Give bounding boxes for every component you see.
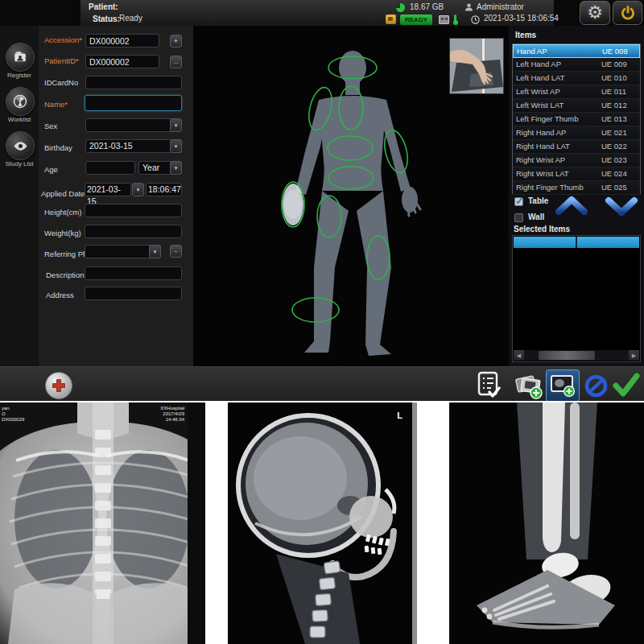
chest-overlay-accession: DX000029 [2,417,24,423]
ankle-xray-graphic [449,402,644,644]
item-row[interactable]: Right Hand APUE 021 [513,126,640,140]
chest-overlay-hospital: XXHospital [160,406,184,411]
reject-button[interactable] [583,373,609,398]
left-sidebar: Register Worklist Study List [0,26,39,366]
birthday-dropdown-arrow-icon[interactable]: ▾ [170,139,182,153]
studylist-eye-icon [13,138,28,154]
add-image-icon [550,374,576,398]
detector-icon [439,15,449,24]
table-checkbox[interactable]: ✓ [514,197,523,206]
weight-input[interactable] [85,225,182,238]
skull-xray-image[interactable]: L [228,402,417,644]
applied-date-label: Applied Date [41,189,85,198]
applied-time-input[interactable]: 18:06:47 [146,183,182,196]
chest-overlay-time: 14:46:34 [166,417,184,423]
height-input[interactable] [85,204,182,217]
settings-button[interactable]: ⚙ [580,1,610,25]
generator-icon [386,14,396,24]
wall-checkbox-label: Wall [528,213,544,221]
sidebar-item-register[interactable] [6,43,35,72]
sidebar-item-worklist[interactable] [6,87,35,116]
table-checkbox-label: Table [528,196,548,205]
power-icon [620,5,636,21]
send-to-worklist-button[interactable] [475,370,502,399]
address-label: Address [46,291,74,299]
referring-remove-button[interactable]: - [170,245,182,258]
scrollbar-track[interactable] [524,350,629,361]
name-label: Name* [44,100,68,109]
move-up-button[interactable] [554,195,589,217]
register-icon [13,50,27,64]
item-row[interactable]: Left Wrist LATUE 012 [513,99,640,113]
item-row[interactable]: Right Hand LATUE 022 [513,140,640,154]
bottom-toolbar [0,366,644,401]
user-name: Administrator [477,2,528,11]
gear-icon: ⚙ [587,2,603,23]
idcard-input[interactable] [85,76,182,89]
description-input[interactable] [85,266,182,280]
item-row[interactable]: Left Wrist APUE 011 [513,85,640,99]
chest-overlay-name: yan [2,406,10,411]
clock-icon [471,15,480,24]
confirm-check-icon [613,373,640,397]
check-icon: ✓ [515,195,524,207]
sex-dropdown-arrow-icon[interactable]: ▾ [170,118,182,132]
move-down-button[interactable] [604,195,639,217]
add-image-button-active[interactable] [546,369,580,401]
sidebar-label-studylist: Study List [0,160,39,167]
thermometer-icon [454,14,456,22]
wall-checkbox[interactable] [514,213,523,222]
address-input[interactable] [85,287,182,300]
chest-xray-graphic [0,402,205,644]
age-unit-dropdown-arrow-icon[interactable]: ▾ [170,161,182,175]
sex-select[interactable] [85,118,182,132]
selected-items-header [514,237,639,248]
applied-date-input[interactable]: 2021-03-15 [85,183,131,196]
prohibition-icon [584,374,608,398]
birthday-select[interactable]: 2021-03-15 [85,139,182,153]
patient-label: Patient: [89,2,118,11]
add-all-images-button[interactable] [514,371,544,400]
name-input[interactable] [85,95,182,111]
birthday-label: Birthday [44,143,72,152]
top-bar: Patient: Status: Ready 18.67 GB Administ… [0,0,644,26]
scroll-right-icon[interactable]: ▶ [629,350,639,361]
item-row[interactable]: Left Hand APUE 009 [513,58,640,72]
scroll-left-icon[interactable]: ◀ [514,350,524,361]
patientid-browse-button[interactable]: ... [170,56,182,68]
selected-items-header-col2 [577,237,639,248]
item-row[interactable]: Right Wrist LATUE 024 [513,167,640,181]
user-icon [464,2,473,11]
item-row[interactable]: Left Hand LATUE 010 [513,72,640,85]
patientid-input[interactable] [85,55,159,68]
item-row[interactable]: Hand APUE 008 [513,44,640,58]
chevron-up-icon [559,200,584,212]
laterality-marker: L [397,411,402,420]
accession-input[interactable] [85,34,159,47]
list-check-icon [477,371,501,398]
weight-label: Weight(kg) [44,229,81,237]
sidebar-item-studylist[interactable] [6,131,35,160]
accession-label: Accession* [44,35,82,44]
patientid-label: PatientID* [44,56,79,65]
add-cassettes-icon [514,371,544,400]
datetime-value: 2021-03-15 18:06:54 [484,14,559,23]
accession-add-button[interactable]: + [170,35,182,47]
emergency-patient-button[interactable] [45,372,72,399]
power-button[interactable] [613,1,642,25]
age-input[interactable] [85,161,135,175]
item-row[interactable]: Left Finger ThumbUE 013 [513,113,640,126]
idcard-label: IDCardNo [44,78,78,87]
selected-items-scrollbar[interactable]: ◀ ▶ [514,350,639,361]
item-row[interactable]: Right Finger ThumbUE 025 [513,181,640,195]
chest-xray-image[interactable]: yan O DX000029 XXHospital 2017/4/29 14:4… [0,402,205,644]
ankle-xray-image[interactable] [449,402,644,644]
scrollbar-thumb[interactable] [539,351,595,360]
item-row[interactable]: Right Wrist APUE 023 [513,154,640,167]
referring-dropdown-arrow-icon[interactable]: ▾ [149,245,161,258]
procedure-panel: Items Hand APUE 008 Left Hand APUE 009 L… [509,26,644,366]
selected-items-table: ◀ ▶ [512,235,641,362]
storage-value: 18.67 GB [410,2,444,11]
applied-date-dropdown-arrow-icon[interactable]: ▾ [132,183,144,196]
confirm-button[interactable] [612,371,641,398]
